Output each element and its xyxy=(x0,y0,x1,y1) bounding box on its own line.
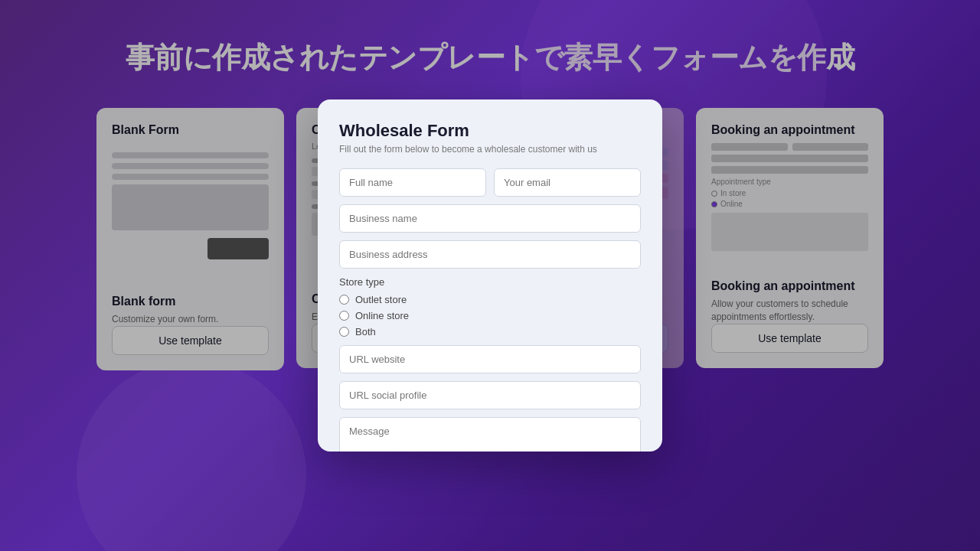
business-address-input[interactable] xyxy=(339,240,641,269)
radio-online-label: Online store xyxy=(355,310,409,321)
wholesale-modal: Wholesale Form Fill out the form below t… xyxy=(318,99,662,452)
radio-online-store[interactable]: Online store xyxy=(339,310,641,321)
business-name-input[interactable] xyxy=(339,204,641,233)
message-row xyxy=(339,417,641,452)
business-name-row xyxy=(339,204,641,233)
modal-title: Wholesale Form xyxy=(339,121,641,141)
message-textarea[interactable] xyxy=(339,417,641,452)
radio-outlet-input[interactable] xyxy=(339,295,349,305)
store-type-section: Store type Outlet store Online store Bot… xyxy=(339,276,641,337)
url-social-row xyxy=(339,381,641,409)
modal-subtitle: Fill out the form below to become a whol… xyxy=(339,144,641,155)
full-name-input[interactable] xyxy=(339,168,486,197)
radio-outlet-store[interactable]: Outlet store xyxy=(339,294,641,305)
radio-online-input[interactable] xyxy=(339,311,349,321)
radio-both-input[interactable] xyxy=(339,327,349,337)
store-type-label: Store type xyxy=(339,276,641,288)
url-website-row xyxy=(339,345,641,373)
url-website-input[interactable] xyxy=(339,345,641,373)
radio-outlet-label: Outlet store xyxy=(355,294,407,305)
business-address-row xyxy=(339,240,641,269)
name-email-row xyxy=(339,168,641,197)
modal-overlay: Wholesale Form Fill out the form below t… xyxy=(0,0,980,551)
radio-both[interactable]: Both xyxy=(339,326,641,337)
radio-both-label: Both xyxy=(355,326,376,337)
email-input[interactable] xyxy=(494,168,641,197)
url-social-input[interactable] xyxy=(339,381,641,409)
